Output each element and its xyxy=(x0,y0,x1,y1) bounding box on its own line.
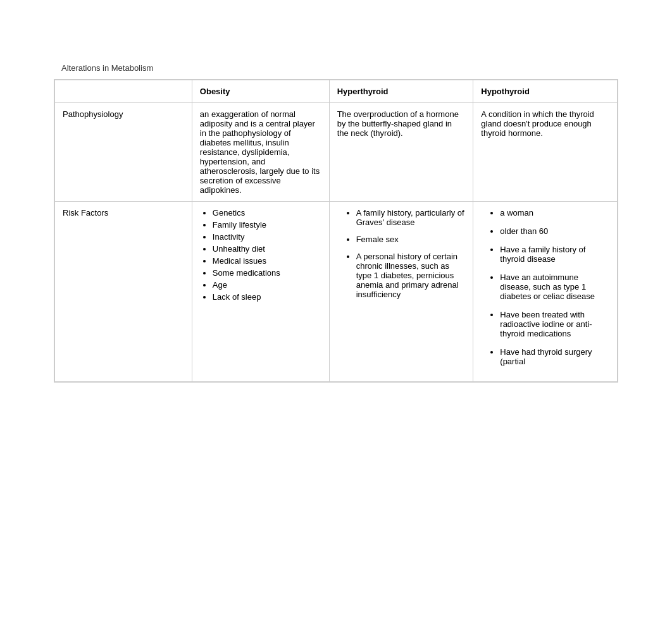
main-table: Obesity Hyperthyroid Hypothyroid Pathoph… xyxy=(54,80,618,382)
list-item: A family history, particularly of Graves… xyxy=(356,208,466,227)
cell-hyper-riskfactors: A family history, particularly of Graves… xyxy=(329,202,473,382)
cell-hyper-pathophysiology: The overproduction of a hormone by the b… xyxy=(329,103,473,202)
list-item: Family lifestyle xyxy=(213,220,321,230)
col-header-hyperthyroid: Hyperthyroid xyxy=(329,80,473,103)
row-label-riskfactors: Risk Factors xyxy=(55,202,192,382)
list-item: older than 60 xyxy=(500,226,609,236)
list-item: Some medications xyxy=(213,268,321,278)
list-item: Lack of sleep xyxy=(213,292,321,302)
cell-hypo-pathophysiology: A condition in which the thyroid gland d… xyxy=(473,103,618,202)
obesity-risk-list: Genetics Family lifestyle Inactivity Unh… xyxy=(200,208,321,302)
cell-obesity-riskfactors: Genetics Family lifestyle Inactivity Unh… xyxy=(192,202,329,382)
hypo-risk-list: a woman older than 60 Have a family hist… xyxy=(481,208,609,366)
col-header-hypothyroid: Hypothyroid xyxy=(473,80,618,103)
page-title: Alterations in Metabolism xyxy=(61,63,672,73)
list-item: Medical issues xyxy=(213,256,321,266)
list-item: A personal history of certain chronic il… xyxy=(356,252,466,299)
list-item: Have been treated with radioactive iodin… xyxy=(500,310,609,338)
col-header-obesity: Obesity xyxy=(192,80,329,103)
list-item: Genetics xyxy=(213,208,321,218)
hyper-risk-list: A family history, particularly of Graves… xyxy=(337,208,466,299)
list-item: Age xyxy=(213,280,321,290)
list-item: Have had thyroid surgery (partial xyxy=(500,347,609,366)
table-wrapper: Obesity Hyperthyroid Hypothyroid Pathoph… xyxy=(54,79,618,383)
cell-obesity-pathophysiology: an exaggeration of normal adiposity and … xyxy=(192,103,329,202)
table-row-pathophysiology: Pathophysiology an exaggeration of norma… xyxy=(55,103,618,202)
list-item: a woman xyxy=(500,208,609,218)
list-item: Have an autoimmune disease, such as type… xyxy=(500,273,609,301)
table-row-riskfactors: Risk Factors Genetics Family lifestyle I… xyxy=(55,202,618,382)
list-item: Inactivity xyxy=(213,232,321,242)
list-item: Female sex xyxy=(356,235,466,244)
list-item: Unhealthy diet xyxy=(213,244,321,254)
col-header-empty xyxy=(55,80,192,103)
list-item: Have a family history of thyroid disease xyxy=(500,245,609,264)
cell-hypo-riskfactors: a woman older than 60 Have a family hist… xyxy=(473,202,618,382)
row-label-pathophysiology: Pathophysiology xyxy=(55,103,192,202)
